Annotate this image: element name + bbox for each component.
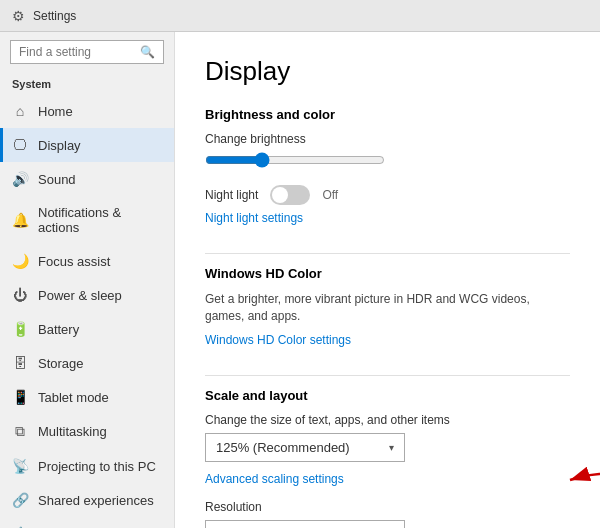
sidebar-item-projecting[interactable]: 📡 Projecting to this PC — [0, 449, 174, 483]
sidebar-item-sound-label: Sound — [38, 172, 76, 187]
hd-color-settings-link[interactable]: Windows HD Color settings — [205, 333, 351, 347]
focus-icon: 🌙 — [12, 253, 28, 269]
sidebar-item-multitasking-label: Multitasking — [38, 424, 107, 439]
brightness-slider-container[interactable] — [205, 152, 385, 171]
sidebar-item-clipboard[interactable]: 📋 Clipboard — [0, 517, 174, 528]
sound-icon: 🔊 — [12, 171, 28, 187]
page-title: Display — [205, 56, 570, 87]
change-brightness-label: Change brightness — [205, 132, 570, 146]
sidebar-item-notifications[interactable]: 🔔 Notifications & actions — [0, 196, 174, 244]
sidebar-item-storage-label: Storage — [38, 356, 84, 371]
sidebar-item-notifications-label: Notifications & actions — [38, 205, 162, 235]
sidebar-item-tablet[interactable]: 📱 Tablet mode — [0, 380, 174, 414]
resolution-label: Resolution — [205, 500, 570, 514]
shared-icon: 🔗 — [12, 492, 28, 508]
home-icon: ⌂ — [12, 103, 28, 119]
sidebar-item-tablet-label: Tablet mode — [38, 390, 109, 405]
sidebar-item-storage[interactable]: 🗄 Storage — [0, 346, 174, 380]
search-box[interactable]: 🔍 — [10, 40, 164, 64]
sidebar-item-power-label: Power & sleep — [38, 288, 122, 303]
red-arrow-annotation — [560, 462, 600, 498]
divider-2 — [205, 375, 570, 376]
sidebar-item-shared[interactable]: 🔗 Shared experiences — [0, 483, 174, 517]
titlebar: ⚙ Settings — [0, 0, 600, 32]
sidebar-item-focus-label: Focus assist — [38, 254, 110, 269]
sidebar-item-display[interactable]: 🖵 Display — [0, 128, 174, 162]
search-icon: 🔍 — [140, 45, 155, 59]
display-icon: 🖵 — [12, 137, 28, 153]
night-light-toggle[interactable] — [270, 185, 310, 205]
night-light-status: Off — [322, 188, 338, 202]
notifications-icon: 🔔 — [12, 212, 28, 228]
content-area: Display Brightness and color Change brig… — [175, 32, 600, 528]
sidebar: 🔍 System ⌂ Home 🖵 Display 🔊 Sound 🔔 Noti… — [0, 32, 175, 528]
scale-dropdown-value: 125% (Recommended) — [216, 440, 350, 455]
sidebar-item-home[interactable]: ⌂ Home — [0, 94, 174, 128]
night-light-settings-link[interactable]: Night light settings — [205, 211, 303, 225]
titlebar-title: Settings — [33, 9, 76, 23]
tablet-icon: 📱 — [12, 389, 28, 405]
brightness-section-title: Brightness and color — [205, 107, 570, 122]
settings-icon: ⚙ — [12, 8, 25, 24]
hd-color-desc: Get a brighter, more vibrant picture in … — [205, 291, 545, 325]
sidebar-item-battery-label: Battery — [38, 322, 79, 337]
resolution-dropdown[interactable]: 1920 × 1080 (Recommended) ▾ — [205, 520, 405, 528]
scale-dropdown-arrow-icon: ▾ — [389, 442, 394, 453]
sidebar-item-focus[interactable]: 🌙 Focus assist — [0, 244, 174, 278]
main-container: 🔍 System ⌂ Home 🖵 Display 🔊 Sound 🔔 Noti… — [0, 32, 600, 528]
night-light-label: Night light — [205, 188, 258, 202]
night-light-row: Night light Off — [205, 185, 570, 205]
system-section-label: System — [0, 72, 174, 94]
sidebar-item-home-label: Home — [38, 104, 73, 119]
search-input[interactable] — [19, 45, 136, 59]
sidebar-item-power[interactable]: ⏻ Power & sleep — [0, 278, 174, 312]
battery-icon: 🔋 — [12, 321, 28, 337]
sidebar-item-multitasking[interactable]: ⧉ Multitasking — [0, 414, 174, 449]
hd-color-title: Windows HD Color — [205, 266, 570, 281]
divider-1 — [205, 253, 570, 254]
scale-section-title: Scale and layout — [205, 388, 570, 403]
power-icon: ⏻ — [12, 287, 28, 303]
advanced-scaling-link[interactable]: Advanced scaling settings — [205, 472, 344, 486]
storage-icon: 🗄 — [12, 355, 28, 371]
toggle-knob — [272, 187, 288, 203]
projecting-icon: 📡 — [12, 458, 28, 474]
sidebar-item-sound[interactable]: 🔊 Sound — [0, 162, 174, 196]
advanced-scaling-row: Advanced scaling settings — [205, 470, 570, 486]
scale-dropdown[interactable]: 125% (Recommended) ▾ — [205, 433, 405, 462]
sidebar-item-shared-label: Shared experiences — [38, 493, 154, 508]
brightness-slider[interactable] — [205, 152, 385, 168]
multitasking-icon: ⧉ — [12, 423, 28, 440]
sidebar-item-battery[interactable]: 🔋 Battery — [0, 312, 174, 346]
scale-size-label: Change the size of text, apps, and other… — [205, 413, 570, 427]
sidebar-item-projecting-label: Projecting to this PC — [38, 459, 156, 474]
sidebar-item-display-label: Display — [38, 138, 81, 153]
